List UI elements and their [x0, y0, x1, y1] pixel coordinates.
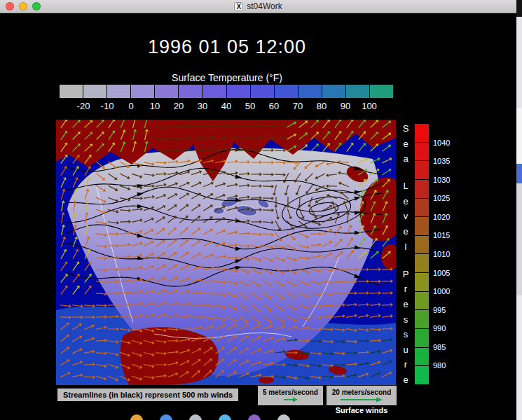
sliver-segment: [516, 295, 522, 420]
pressure-axis-letter: S: [403, 124, 409, 133]
temp-color-segment: [60, 85, 83, 98]
pressure-tick-label: 1025: [433, 194, 450, 202]
temp-tick-label: 10: [150, 101, 160, 111]
x11-icon: X: [234, 2, 243, 11]
temp-tick-label: 50: [245, 101, 255, 111]
pressure-axis-letter: e: [403, 300, 408, 309]
temp-color-segment: [251, 85, 274, 98]
temp-tick-label: 80: [317, 101, 327, 111]
wind-arrow-large-icon: [340, 397, 383, 402]
pressure-axis-letter: s: [404, 315, 408, 324]
pressure-color-segment: [415, 161, 429, 179]
pressure-tick-label: 1005: [433, 269, 450, 277]
pressure-tick-label: 1040: [433, 139, 450, 147]
pressure-tick-label: 1030: [433, 176, 450, 184]
pressure-axis-letter: e: [403, 139, 408, 148]
temp-color-segment: [83, 85, 107, 98]
pressure-color-segment: [415, 217, 429, 235]
pressure-tick-label: 1015: [433, 231, 450, 239]
pressure-tick-label: 1020: [433, 213, 450, 221]
pressure-axis-letter: r: [404, 284, 407, 293]
temp-color-segment: [131, 85, 154, 98]
wind-legend-20ms-label: 20 meters/second: [332, 388, 392, 396]
pressure-color-segment: [415, 348, 429, 366]
background-window-sliver[interactable]: [516, 0, 522, 420]
pressure-axis-letter: s: [404, 330, 408, 339]
window-controls: [6, 2, 41, 10]
temp-color-segment: [370, 85, 393, 98]
pressure-color-segment: [415, 366, 429, 384]
timestamp-title: 1996 01 05 12:00: [0, 36, 454, 58]
temp-tick-label: 70: [293, 101, 303, 111]
pressure-color-segment: [415, 329, 429, 347]
pressure-color-segment: [415, 254, 429, 272]
sliver-segment: [516, 108, 522, 164]
pressure-tick-label: 990: [433, 324, 446, 332]
temp-tick-label: 20: [174, 101, 184, 111]
streamlines-legend: Streamlines (in black) represent 500 mb …: [57, 388, 238, 401]
temp-color-segment: [298, 85, 322, 98]
temp-tick-label: 100: [362, 101, 377, 111]
wind-legend-5ms-label: 5 meters/second: [263, 388, 318, 396]
temp-tick-label: -10: [101, 101, 114, 111]
window-title: st04Work: [247, 1, 282, 11]
temp-tick-label: 60: [269, 101, 279, 111]
pressure-tick-label: 980: [433, 361, 446, 370]
pressure-color-segment: [415, 199, 429, 217]
temp-color-segment: [227, 85, 250, 98]
wind-legend-5ms: 5 meters/second: [258, 386, 323, 405]
pressure-axis-letter: e: [403, 197, 408, 206]
sliver-segment: [516, 17, 522, 108]
pressure-color-segment: [415, 310, 429, 328]
pressure-color-segment: [415, 180, 429, 198]
temp-color-segment: [346, 85, 369, 98]
sliver-segment: [516, 0, 522, 17]
pressure-color-segment: [415, 236, 429, 254]
temp-color-segment: [202, 85, 226, 98]
pressure-tick-label: 985: [433, 343, 446, 351]
window-title-group: X st04Work: [234, 1, 282, 11]
pressure-axis-letter: l: [405, 242, 407, 251]
pressure-axis-letter: a: [403, 154, 408, 163]
temp-tick-label: 40: [221, 101, 231, 111]
temp-color-segment: [275, 85, 298, 98]
pressure-axis-letter: r: [404, 360, 407, 369]
pressure-tick-label: 1000: [433, 287, 450, 295]
sliver-segment: [516, 183, 522, 295]
pressure-axis-letter: u: [403, 345, 408, 354]
sliver-segment: [516, 164, 522, 183]
temp-color-segment: [322, 85, 345, 98]
temp-tick-label: -20: [77, 101, 90, 111]
pressure-axis-letter: e: [403, 375, 408, 384]
wind-legend-20ms: 20 meters/second: [327, 386, 397, 405]
minimize-button[interactable]: [19, 2, 27, 10]
pressure-color-segment: [415, 273, 429, 291]
temp-color-segment: [179, 85, 202, 98]
temp-tick-label: 0: [128, 101, 133, 111]
pressure-axis-letter: P: [403, 270, 409, 279]
pressure-color-segment: [415, 124, 429, 142]
desktop: X st04Work 1996 01 05 12:00 Surface Temp…: [0, 0, 522, 420]
pressure-axis-letter: e: [403, 227, 408, 236]
weather-map: [56, 120, 396, 385]
temperature-tick-labels: -20-100102030405060708090100: [60, 101, 393, 112]
pressure-axis-letter: L: [403, 181, 408, 190]
pressure-color-segment: [415, 292, 429, 310]
close-button[interactable]: [6, 2, 14, 10]
pressure-axis-label: SeaLevelPressure: [400, 124, 411, 384]
pressure-tick-label: 1010: [433, 250, 450, 258]
zoom-button[interactable]: [32, 2, 41, 10]
temperature-scale-title: Surface Temperature (°F): [0, 72, 454, 83]
temp-tick-label: 30: [198, 101, 207, 111]
pressure-axis-letter: v: [404, 211, 408, 220]
pressure-tick-labels: 1040103510301025102010151010100510009959…: [433, 124, 462, 384]
pressure-colorbar: [415, 124, 429, 384]
window-titlebar[interactable]: X st04Work: [0, 0, 516, 13]
surface-winds-label: Surface winds: [320, 406, 404, 414]
temperature-colorbar: [60, 85, 393, 98]
pressure-tick-label: 1035: [433, 157, 450, 165]
pressure-color-segment: [415, 143, 429, 161]
temp-color-segment: [155, 85, 178, 98]
wind-arrow-small-icon: [283, 397, 298, 402]
pressure-tick-label: 995: [433, 306, 446, 314]
